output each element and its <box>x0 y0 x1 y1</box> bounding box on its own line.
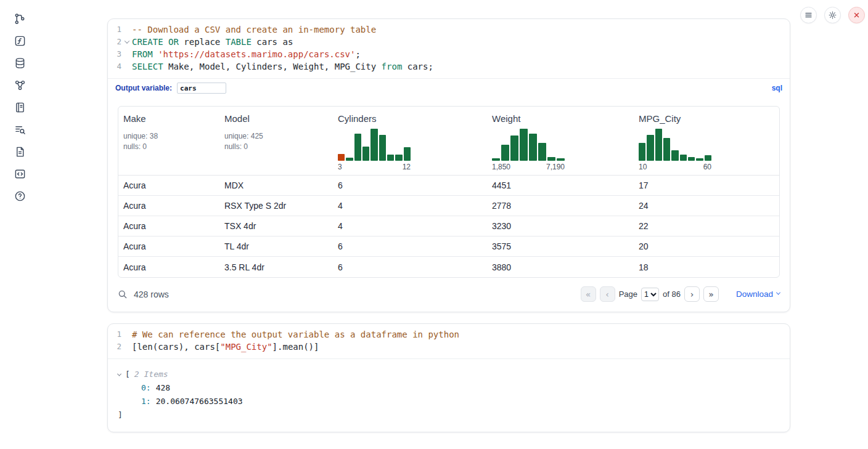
download-button[interactable]: Download <box>736 289 780 299</box>
hist-bar <box>529 134 537 161</box>
entry-index: 0: <box>141 383 151 392</box>
function-panel-button[interactable] <box>11 32 28 49</box>
column-stats: unique: 38nulls: 0 <box>123 131 215 152</box>
column-header-make[interactable]: Makeunique: 38nulls: 0 <box>118 107 219 175</box>
settings-button[interactable] <box>824 7 841 23</box>
table-cell: 24 <box>634 201 779 211</box>
last-page-button[interactable]: » <box>703 286 719 302</box>
hist-bar <box>346 158 353 161</box>
table-cell: 20 <box>634 241 779 251</box>
code-text: -- Download a CSV and create an in-memor… <box>132 23 376 36</box>
download-label: Download <box>736 289 773 299</box>
column-name: MPG_City <box>639 113 774 124</box>
table-row[interactable]: Acura3.5 RL 4dr6388018 <box>118 257 779 277</box>
axis-max-label: 60 <box>703 163 711 171</box>
table-cell: 3575 <box>487 241 634 251</box>
table-cell: 18 <box>634 262 779 272</box>
help-panel-button[interactable] <box>11 187 28 204</box>
table-row[interactable]: AcuraTL 4dr6357520 <box>118 237 779 257</box>
language-badge[interactable]: sql <box>772 84 782 92</box>
next-page-button[interactable]: › <box>684 286 700 302</box>
column-stat: nulls: 0 <box>123 142 215 152</box>
data-table: Makeunique: 38nulls: 0Modelunique: 425nu… <box>118 106 780 278</box>
tree-root-row[interactable]: [ 2 Items <box>118 368 780 381</box>
code-line[interactable]: 3FROM 'https://datasets.marimo.app/cars.… <box>108 48 790 60</box>
histogram[interactable]: 1060 <box>639 127 711 171</box>
table-cell: 4451 <box>487 180 634 190</box>
histogram-axis: 1060 <box>639 163 711 171</box>
table-cell: MDX <box>219 180 333 190</box>
page-select[interactable]: 1 <box>641 288 659 301</box>
chevron-right-icon: › <box>690 290 694 299</box>
histogram[interactable]: 1,8507,190 <box>492 127 565 171</box>
database-icon <box>14 57 26 69</box>
tree-entry[interactable]: 1:20.060747663551403 <box>118 395 780 408</box>
fold-chevron-icon[interactable] <box>121 36 132 48</box>
entry-value: 20.060747663551403 <box>156 397 243 406</box>
hist-bar <box>338 154 345 161</box>
column-name: Make <box>123 113 215 124</box>
hist-bar <box>404 147 411 161</box>
table-output-area: Makeunique: 38nulls: 0Modelunique: 425nu… <box>108 97 790 278</box>
code-line[interactable]: 1-- Download a CSV and create an in-memo… <box>108 23 790 36</box>
table-cell: Acura <box>118 262 219 272</box>
hist-bar <box>705 155 711 161</box>
code-line[interactable]: 4SELECT Make, Model, Cylinders, Weight, … <box>108 60 790 73</box>
hist-bar <box>538 143 546 161</box>
hist-bar <box>520 129 528 161</box>
histogram[interactable]: 312 <box>338 127 411 171</box>
output-variable-input[interactable] <box>177 83 226 94</box>
first-page-button[interactable]: « <box>581 286 596 302</box>
hist-bar <box>371 129 377 161</box>
hist-bar <box>663 138 670 161</box>
column-header-model[interactable]: Modelunique: 425nulls: 0 <box>219 107 333 175</box>
output-variable-row: Output variable: sql <box>108 78 790 97</box>
collapse-chevron-icon[interactable] <box>118 373 125 376</box>
code-text: # We can reference the output variable a… <box>132 328 459 341</box>
pager-right-buttons: ›» <box>684 286 719 302</box>
page-total-label: of 86 <box>663 289 681 299</box>
hist-bar <box>501 145 509 161</box>
column-stat: unique: 38 <box>123 131 215 142</box>
hist-bar <box>671 150 678 161</box>
code-text: CREATE OR replace TABLE cars as <box>132 36 293 48</box>
shutdown-button[interactable] <box>848 7 865 23</box>
table-cell: TSX 4dr <box>219 221 333 231</box>
table-row[interactable]: AcuraTSX 4dr4323022 <box>118 216 779 237</box>
snippets-panel-button[interactable] <box>11 165 28 182</box>
menu-icon <box>804 10 813 20</box>
table-row[interactable]: AcuraRSX Type S 2dr4277824 <box>118 196 779 216</box>
table-cell: Acura <box>118 201 219 211</box>
hist-bar <box>655 129 662 161</box>
search-icon[interactable] <box>118 289 128 299</box>
sql-code-editor[interactable]: 1-- Download a CSV and create an in-memo… <box>108 19 790 78</box>
notebook-cells: 1-- Download a CSV and create an in-memo… <box>107 18 790 432</box>
tree-entry[interactable]: 0:428 <box>118 381 780 395</box>
column-header-mpg_city[interactable]: MPG_City1060 <box>634 107 779 175</box>
python-code-editor[interactable]: 1# We can reference the output variable … <box>108 324 790 358</box>
prev-page-button[interactable]: ‹ <box>600 286 615 302</box>
logs-panel-button[interactable] <box>11 121 28 138</box>
code-line[interactable]: 2CREATE OR replace TABLE cars as <box>108 36 790 48</box>
table-cell: Acura <box>118 180 219 190</box>
code-text: FROM 'https://datasets.marimo.app/cars.c… <box>132 48 361 60</box>
column-header-weight[interactable]: Weight1,8507,190 <box>487 107 634 175</box>
database-panel-button[interactable] <box>11 54 28 71</box>
code-line[interactable]: 1# We can reference the output variable … <box>108 328 790 341</box>
code-line[interactable]: 2[len(cars), cars["MPG_City"].mean()] <box>108 341 790 353</box>
line-number: 2 <box>108 36 121 48</box>
chevron-left-icon: ‹ <box>605 290 609 299</box>
table-cell: Acura <box>118 221 219 231</box>
file-tree-panel-button[interactable] <box>11 10 28 27</box>
document-panel-button[interactable] <box>11 143 28 160</box>
table-row[interactable]: AcuraMDX6445117 <box>118 176 779 196</box>
hist-bar <box>395 155 402 161</box>
table-cell: 2778 <box>487 201 634 211</box>
dependency-graph-panel-button[interactable] <box>11 76 28 94</box>
menu-button[interactable] <box>800 7 817 23</box>
code-text: [len(cars), cars["MPG_City"].mean()] <box>132 341 319 353</box>
notebook-panel-button[interactable] <box>11 99 28 116</box>
column-header-cylinders[interactable]: Cylinders312 <box>333 107 487 175</box>
column-stat: unique: 425 <box>224 131 328 142</box>
table-cell: 4 <box>333 221 487 231</box>
